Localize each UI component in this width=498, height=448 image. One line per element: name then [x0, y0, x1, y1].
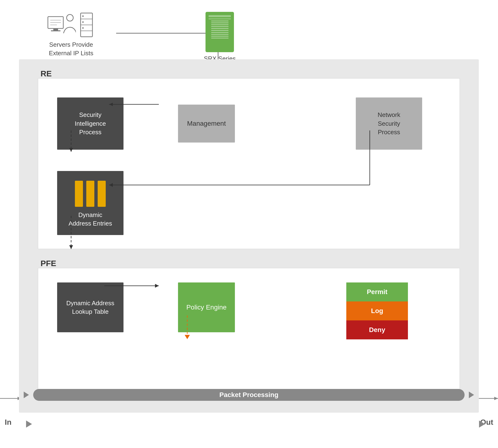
servers-group: Servers Provide External IP Lists: [47, 12, 95, 58]
management-box: Management: [178, 105, 235, 143]
management-label: Management: [187, 119, 226, 128]
log-box: Log: [346, 302, 408, 320]
svg-marker-36: [26, 420, 32, 428]
svg-point-34: [82, 21, 84, 23]
log-label: Log: [371, 307, 383, 315]
re-section: RE Security Intelligence Process Managem…: [38, 78, 460, 249]
svg-marker-19: [494, 397, 498, 400]
dynamic-address-label: Dynamic Address Entries: [68, 211, 112, 228]
packet-bar: Packet Processing: [33, 389, 465, 401]
packet-right-arrow: [469, 392, 474, 398]
servers-label-text: Servers Provide External IP Lists: [49, 41, 93, 57]
out-arrow: [466, 418, 485, 430]
packet-processing-label: Packet Processing: [219, 391, 278, 399]
policy-engine-box: Policy Engine: [178, 282, 235, 332]
security-intel-label: Security Intelligence Process: [75, 111, 106, 136]
svg-rect-23: [53, 29, 58, 30]
srx-group: SRX Series: [204, 12, 236, 62]
network-security-box: Network Security Process: [356, 97, 422, 150]
bar-3: [98, 181, 106, 207]
permit-label: Permit: [367, 288, 387, 296]
servers-label: Servers Provide External IP Lists: [49, 40, 93, 58]
deny-box: Deny: [346, 320, 408, 339]
in-arrow: [13, 418, 32, 430]
dynamic-lookup-label: Dynamic Address Lookup Table: [66, 299, 114, 316]
bar-1: [75, 181, 83, 207]
server-icon: [78, 12, 95, 38]
pfe-section: PFE Dynamic Address Lookup Table Policy …: [38, 268, 460, 391]
main-container: RE Security Intelligence Process Managem…: [19, 59, 479, 413]
dynamic-address-entries-box: Dynamic Address Entries: [57, 171, 124, 235]
network-security-label: Network Security Process: [378, 111, 400, 136]
action-boxes: Permit Log Deny: [346, 282, 413, 339]
deny-label: Deny: [369, 326, 385, 334]
security-intelligence-box: Security Intelligence Process: [57, 97, 124, 150]
bar-2: [86, 181, 94, 207]
svg-point-35: [82, 27, 84, 29]
packet-bar-container: Packet Processing: [19, 386, 479, 403]
svg-point-28: [67, 15, 73, 21]
diagram-wrapper: Servers Provide External IP Lists SRX Se…: [0, 0, 498, 448]
re-label: RE: [41, 69, 52, 78]
svg-marker-37: [479, 420, 485, 428]
svg-point-33: [82, 16, 84, 17]
dynamic-lookup-box: Dynamic Address Lookup Table: [57, 282, 124, 332]
servers-icons: [47, 12, 95, 38]
yellow-bars: [75, 181, 106, 207]
packet-left-arrow: [24, 392, 29, 398]
pfe-label: PFE: [41, 259, 56, 268]
svg-rect-24: [51, 30, 61, 31]
person-computer-icon: [47, 12, 76, 38]
srx-device: [205, 12, 234, 52]
policy-engine-label: Policy Engine: [186, 303, 227, 312]
permit-box: Permit: [346, 282, 408, 302]
in-label: In: [5, 418, 11, 427]
